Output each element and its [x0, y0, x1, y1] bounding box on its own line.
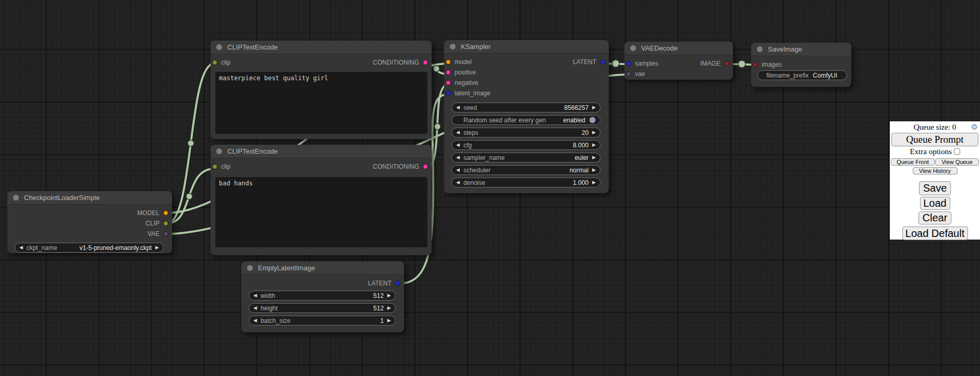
arrow-left-icon[interactable]: ◀	[253, 293, 257, 298]
node-save-image[interactable]: SaveImage images filename_prefix ComfyUI	[751, 43, 851, 87]
arrow-left-icon[interactable]: ◀	[456, 143, 460, 147]
images-input-dot[interactable]	[753, 62, 758, 67]
image-output-dot[interactable]	[724, 61, 729, 66]
height-widget[interactable]: ◀ height 512 ▶	[249, 303, 396, 313]
arrow-right-icon[interactable]: ▶	[155, 245, 159, 250]
seed-widget[interactable]: ◀ seed 8566257 ▶	[451, 103, 601, 112]
steps-widget[interactable]: ◀ steps 20 ▶	[451, 128, 601, 137]
gear-icon[interactable]: ⚙	[971, 122, 978, 132]
node-title-bar[interactable]: SaveImage	[751, 43, 851, 56]
collapse-dot-icon[interactable]	[216, 44, 222, 50]
cfg-widget[interactable]: ◀ cfg 8.000 ▶	[451, 140, 601, 150]
output-slot-vae: VAE	[137, 229, 172, 239]
denoise-widget[interactable]: ◀ denoise 1.000 ▶	[451, 178, 601, 187]
node-title-bar[interactable]: KSampler	[444, 40, 609, 54]
link-dot[interactable]	[738, 60, 745, 68]
toggle-enabled-icon[interactable]	[589, 117, 596, 123]
arrow-left-icon[interactable]: ◀	[456, 180, 460, 185]
batch-size-widget[interactable]: ◀ batch_size 1 ▶	[249, 316, 396, 325]
link-dot[interactable]	[612, 60, 619, 67]
latent-output-dot[interactable]	[395, 281, 400, 286]
input-slot-vae: vae	[624, 69, 658, 79]
comfyui-canvas[interactable]: { "canvas": { "background": "#232324", "…	[0, 0, 980, 376]
load-button[interactable]: Load	[920, 197, 950, 210]
node-title-bar[interactable]: CLIPTextEncode	[211, 41, 432, 54]
extra-options-checkbox[interactable]	[954, 148, 960, 155]
arrow-right-icon[interactable]: ▶	[592, 143, 596, 147]
queue-front-button[interactable]: Queue Front	[891, 158, 935, 166]
clear-button[interactable]: Clear	[918, 211, 951, 224]
node-title-bar[interactable]: CheckpointLoaderSimple	[7, 191, 172, 205]
collapse-dot-icon[interactable]	[630, 45, 636, 51]
slot-label: CONDITIONING	[373, 163, 419, 170]
widget-value: 512	[373, 305, 384, 312]
extra-options-row: Extra options	[890, 147, 980, 157]
collapse-dot-icon[interactable]	[13, 195, 19, 200]
arrow-left-icon[interactable]: ◀	[456, 105, 460, 110]
arrow-right-icon[interactable]: ▶	[592, 105, 596, 110]
positive-input-dot[interactable]	[446, 70, 451, 75]
link-dot[interactable]	[434, 123, 440, 130]
node-title-bar[interactable]: VAEDecode	[624, 42, 733, 55]
widget-value: 20	[582, 129, 589, 136]
model-input-dot[interactable]	[446, 59, 451, 65]
arrow-left-icon[interactable]: ◀	[456, 168, 460, 172]
link-dot[interactable]	[186, 193, 192, 199]
collapse-dot-icon[interactable]	[247, 265, 253, 271]
arrow-left-icon[interactable]: ◀	[253, 318, 257, 323]
widget-value: 512	[373, 292, 384, 299]
random-seed-toggle-widget[interactable]: Random seed after every gen enabled	[451, 115, 601, 125]
collapse-dot-icon[interactable]	[216, 148, 222, 154]
node-clip-text-encode-positive[interactable]: CLIPTextEncode clip CONDITIONING masterp…	[211, 41, 432, 139]
samples-input-dot[interactable]	[626, 61, 631, 66]
queue-prompt-button[interactable]: Queue Prompt	[891, 133, 978, 146]
vae-input-dot[interactable]	[626, 71, 631, 77]
clip-input-dot[interactable]	[212, 60, 217, 65]
load-default-button[interactable]: Load Default	[902, 227, 968, 240]
node-title-bar[interactable]: CLIPTextEncode	[211, 145, 432, 158]
link-dot[interactable]	[188, 140, 194, 146]
prompt-textarea[interactable]: masterpiece best quality girl	[215, 72, 427, 134]
node-vae-decode[interactable]: VAEDecode samples vae IMAGE	[624, 42, 733, 80]
arrow-right-icon[interactable]: ▶	[592, 180, 596, 185]
node-clip-text-encode-negative[interactable]: CLIPTextEncode clip CONDITIONING bad han…	[211, 145, 432, 255]
latent-output-dot[interactable]	[600, 59, 605, 65]
conditioning-output-dot[interactable]	[423, 164, 428, 169]
collapse-dot-icon[interactable]	[757, 46, 763, 52]
sampler-name-widget[interactable]: ◀ sampler_name euler ▶	[451, 153, 601, 162]
ckpt-name-widget[interactable]: ◀ ckpt_name v1-5-pruned-emaonly.ckpt ▶	[15, 243, 164, 253]
arrow-right-icon[interactable]: ▶	[387, 318, 391, 323]
view-queue-button[interactable]: View Queue	[935, 158, 979, 166]
slot-label: CONDITIONING	[373, 59, 419, 66]
scheduler-widget[interactable]: ◀ scheduler normal ▶	[451, 165, 601, 175]
arrow-left-icon[interactable]: ◀	[456, 130, 460, 135]
view-history-button[interactable]: View History	[913, 167, 958, 174]
node-empty-latent-image[interactable]: EmptyLatentImage LATENT ◀ width 512 ▶ ◀ …	[241, 261, 404, 332]
node-checkpoint-loader[interactable]: CheckpointLoaderSimple MODEL CLIP VAE ◀ …	[7, 191, 172, 253]
clip-input-dot[interactable]	[212, 164, 217, 169]
width-widget[interactable]: ◀ width 512 ▶	[249, 291, 396, 300]
arrow-left-icon[interactable]: ◀	[253, 306, 257, 310]
arrow-right-icon[interactable]: ▶	[387, 293, 391, 298]
arrow-right-icon[interactable]: ▶	[387, 306, 391, 310]
collapse-dot-icon[interactable]	[450, 44, 456, 49]
negative-input-dot[interactable]	[446, 80, 451, 85]
arrow-left-icon[interactable]: ◀	[19, 245, 23, 250]
node-ksampler[interactable]: KSampler model positive negative latent_…	[444, 40, 609, 193]
arrow-left-icon[interactable]: ◀	[456, 155, 460, 160]
input-slot-negative: negative	[444, 78, 491, 88]
node-title-bar[interactable]: EmptyLatentImage	[241, 261, 404, 275]
queue-size-row: Queue size: 0 ⚙	[890, 121, 980, 132]
arrow-right-icon[interactable]: ▶	[592, 130, 596, 135]
vae-output-dot[interactable]	[163, 231, 168, 236]
link-dot[interactable]	[433, 66, 439, 72]
clip-output-dot[interactable]	[163, 221, 168, 226]
arrow-right-icon[interactable]: ▶	[592, 168, 596, 172]
arrow-right-icon[interactable]: ▶	[592, 155, 596, 160]
conditioning-output-dot[interactable]	[423, 60, 428, 65]
filename-prefix-widget[interactable]: filename_prefix ComfyUI	[757, 70, 847, 80]
save-button[interactable]: Save	[919, 181, 951, 195]
latent-input-dot[interactable]	[446, 91, 451, 96]
prompt-textarea[interactable]: bad hands	[215, 177, 427, 247]
model-output-dot[interactable]	[163, 210, 168, 216]
